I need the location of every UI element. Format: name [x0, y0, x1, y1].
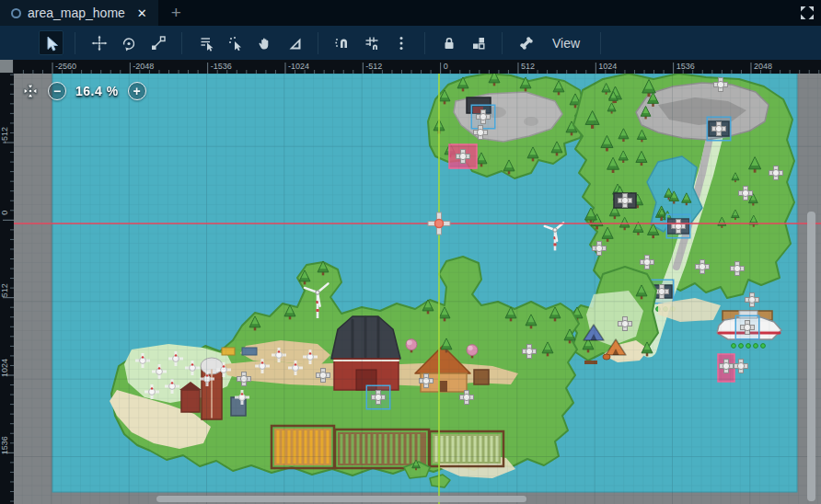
- fullscreen-icon[interactable]: [799, 5, 815, 21]
- grid-major: [14, 74, 821, 504]
- close-tab-icon[interactable]: ✕: [137, 6, 147, 20]
- toolbar-separator: [424, 32, 425, 54]
- svg-text:-2560: -2560: [55, 62, 76, 71]
- toolbar-separator: [502, 32, 503, 54]
- scale-tool-icon[interactable]: [145, 30, 170, 55]
- zoom-level: 16.4 %: [75, 84, 119, 98]
- tab-area-map-home[interactable]: area_map_home ✕: [0, 0, 158, 26]
- svg-text:1536: 1536: [676, 62, 695, 71]
- toolbar-separator: [318, 32, 318, 54]
- instance-blocks-tool-icon[interactable]: [466, 30, 491, 55]
- toolbar: View: [0, 26, 821, 60]
- grid-snap-tool-icon[interactable]: [359, 30, 384, 55]
- svg-text:0: 0: [444, 62, 448, 71]
- toolbar-separator: [75, 32, 75, 54]
- tab-label: area_map_home: [28, 6, 125, 20]
- svg-text:512: 512: [0, 283, 9, 297]
- move-tool-icon[interactable]: [87, 30, 111, 55]
- select-tool-icon[interactable]: [39, 30, 64, 55]
- zoom-controls: − 16.4 % +: [22, 82, 146, 100]
- zoom-out-button[interactable]: −: [48, 82, 66, 100]
- toolbar-separator: [600, 32, 601, 54]
- svg-text:1024: 1024: [0, 359, 9, 377]
- room-icon: [11, 8, 21, 18]
- vertical-ruler: -512051210241536: [0, 74, 14, 504]
- view-menu[interactable]: View: [543, 36, 589, 51]
- svg-text:1024: 1024: [598, 62, 617, 71]
- toolbar-separator: [181, 32, 182, 54]
- svg-text:1536: 1536: [0, 436, 9, 454]
- svg-text:512: 512: [521, 62, 535, 71]
- svg-text:-1024: -1024: [288, 62, 309, 71]
- tab-bar: area_map_home ✕ +: [0, 0, 821, 26]
- map-area: − 16.4 % +: [14, 74, 821, 504]
- center-view-icon[interactable]: [22, 83, 39, 99]
- svg-text:0: 0: [0, 211, 9, 215]
- room-editor-canvas: -2560-2048-1536-1024-5120512102415362048…: [0, 60, 821, 504]
- svg-text:-2048: -2048: [133, 62, 154, 71]
- more-options-button-icon[interactable]: [388, 30, 413, 55]
- ruler-corner: [0, 60, 14, 74]
- zoom-in-button[interactable]: +: [128, 82, 146, 100]
- new-tab-button[interactable]: +: [158, 0, 194, 26]
- svg-text:-512: -512: [365, 62, 382, 71]
- snap-magnet-tool-icon[interactable]: [330, 30, 354, 55]
- horizontal-scrollbar-thumb[interactable]: [156, 496, 526, 502]
- horizontal-ruler: -2560-2048-1536-1024-5120512102415362048: [14, 60, 821, 74]
- selection-list-tool-icon[interactable]: [193, 30, 218, 55]
- pan-tool-icon[interactable]: [252, 30, 277, 55]
- bone-tool-icon[interactable]: [514, 30, 538, 55]
- point-select-tool-icon[interactable]: [223, 30, 248, 55]
- svg-text:2048: 2048: [754, 62, 772, 71]
- set-square-tool-icon[interactable]: [282, 30, 306, 55]
- lock-tool-icon[interactable]: [436, 30, 461, 55]
- svg-text:-1536: -1536: [211, 62, 232, 71]
- room-canvas[interactable]: [14, 74, 821, 504]
- rotate-tool-icon[interactable]: [116, 30, 141, 55]
- svg-text:-512: -512: [0, 127, 9, 143]
- vertical-scrollbar-thumb[interactable]: [807, 212, 815, 501]
